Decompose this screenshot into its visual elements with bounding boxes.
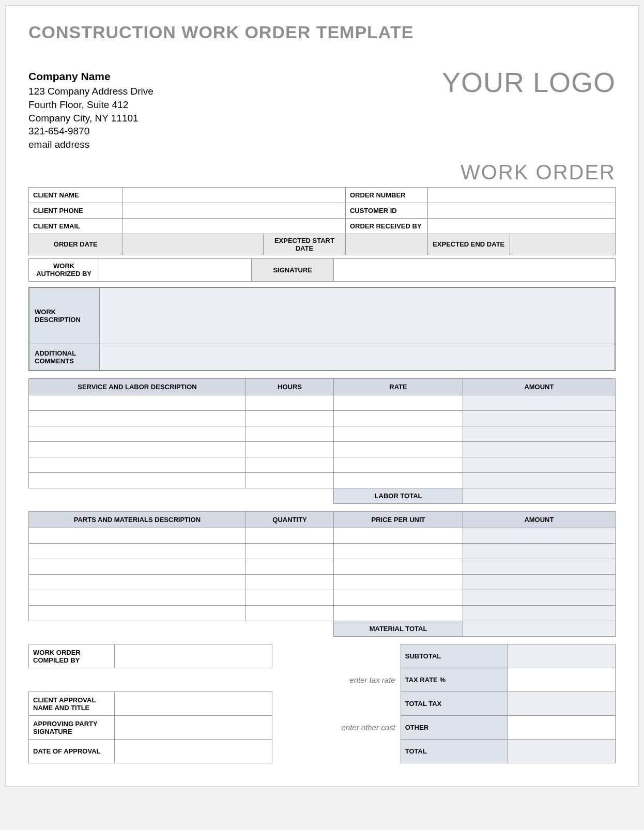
parts-amount-cell[interactable] (463, 544, 615, 559)
client-email-field[interactable] (122, 218, 345, 234)
client-approval-name-label: CLIENT APPROVAL NAME AND TITLE (29, 692, 115, 716)
client-info-table: CLIENT NAME ORDER NUMBER CLIENT PHONE CU… (28, 187, 616, 255)
labor-cell[interactable] (29, 473, 246, 488)
work-description-label: WORK DESCRIPTION (29, 287, 99, 344)
parts-cell[interactable] (29, 544, 246, 559)
client-name-field[interactable] (122, 187, 345, 203)
parts-col-description: PARTS AND MATERIALS DESCRIPTION (29, 512, 246, 528)
labor-col-rate: RATE (334, 379, 463, 395)
labor-cell[interactable] (246, 473, 333, 488)
parts-amount-cell[interactable] (463, 606, 615, 621)
date-of-approval-label: DATE OF APPROVAL (29, 740, 115, 763)
labor-total-field[interactable] (463, 488, 615, 504)
labor-amount-cell[interactable] (463, 442, 615, 457)
compiled-by-field[interactable] (115, 644, 272, 668)
labor-cell[interactable] (334, 395, 463, 411)
customer-id-field[interactable] (427, 203, 615, 218)
labor-amount-cell[interactable] (463, 395, 615, 411)
labor-cell[interactable] (246, 442, 333, 457)
parts-amount-cell[interactable] (463, 575, 615, 590)
date-of-approval-field[interactable] (115, 740, 272, 763)
client-phone-field[interactable] (122, 203, 345, 218)
company-phone: 321-654-9870 (28, 125, 154, 138)
client-name-label: CLIENT NAME (29, 187, 123, 203)
parts-cell[interactable] (334, 590, 463, 606)
client-approval-name-field[interactable] (115, 692, 272, 716)
parts-cell[interactable] (334, 575, 463, 590)
approving-signature-label: APPROVING PARTY SIGNATURE (29, 716, 115, 740)
work-description-field[interactable] (99, 287, 615, 344)
tax-rate-label: TAX RATE % (401, 668, 508, 692)
parts-cell[interactable] (246, 590, 333, 606)
parts-cell[interactable] (246, 528, 333, 544)
parts-amount-cell[interactable] (463, 590, 615, 606)
parts-cell[interactable] (29, 575, 246, 590)
tax-rate-field[interactable] (508, 668, 616, 692)
labor-cell[interactable] (334, 457, 463, 473)
labor-cell[interactable] (29, 457, 246, 473)
labor-cell[interactable] (334, 411, 463, 426)
authorization-table: WORK AUTHORIZED BY SIGNATURE (28, 258, 616, 282)
company-addr3: Company City, NY 11101 (28, 112, 154, 125)
work-order-page: CONSTRUCTION WORK ORDER TEMPLATE Company… (5, 5, 639, 787)
order-number-label: ORDER NUMBER (345, 187, 427, 203)
labor-cell[interactable] (246, 411, 333, 426)
labor-amount-cell[interactable] (463, 457, 615, 473)
parts-cell[interactable] (29, 590, 246, 606)
labor-col-amount: AMOUNT (463, 379, 615, 395)
tax-hint: enter tax rate (294, 668, 401, 692)
parts-cell[interactable] (29, 606, 246, 621)
signature-label: SIGNATURE (252, 258, 334, 281)
labor-amount-cell[interactable] (463, 411, 615, 426)
parts-cell[interactable] (334, 559, 463, 575)
labor-cell[interactable] (29, 426, 246, 442)
company-addr2: Fourth Floor, Suite 412 (28, 98, 154, 112)
parts-cell[interactable] (246, 544, 333, 559)
labor-amount-cell[interactable] (463, 473, 615, 488)
work-authorized-by-field[interactable] (99, 258, 252, 281)
approving-signature-field[interactable] (115, 716, 272, 740)
labor-table: SERVICE AND LABOR DESCRIPTION HOURS RATE… (28, 378, 616, 504)
labor-cell[interactable] (334, 442, 463, 457)
labor-amount-cell[interactable] (463, 426, 615, 442)
logo-placeholder: YOUR LOGO (442, 66, 616, 98)
parts-cell[interactable] (246, 575, 333, 590)
work-authorized-by-label: WORK AUTHORIZED BY (29, 258, 99, 281)
labor-cell[interactable] (29, 442, 246, 457)
material-total-label: MATERIAL TOTAL (334, 621, 463, 637)
parts-cell[interactable] (334, 544, 463, 559)
parts-cell[interactable] (334, 606, 463, 621)
parts-cell[interactable] (29, 559, 246, 575)
expected-start-field[interactable] (345, 234, 427, 255)
labor-cell[interactable] (246, 395, 333, 411)
labor-cell[interactable] (334, 473, 463, 488)
labor-col-hours: HOURS (246, 379, 333, 395)
work-order-heading: WORK ORDER (28, 161, 616, 184)
order-received-by-field[interactable] (427, 218, 615, 234)
labor-cell[interactable] (29, 411, 246, 426)
additional-comments-field[interactable] (99, 344, 615, 371)
labor-cell[interactable] (334, 426, 463, 442)
description-table: WORK DESCRIPTION ADDITIONAL COMMENTS (28, 287, 616, 372)
parts-cell[interactable] (246, 559, 333, 575)
material-total-field[interactable] (463, 621, 615, 637)
order-number-field[interactable] (427, 187, 615, 203)
total-field[interactable] (508, 740, 616, 763)
other-field[interactable] (508, 716, 616, 740)
labor-cell[interactable] (246, 457, 333, 473)
labor-cell[interactable] (29, 395, 246, 411)
subtotal-field[interactable] (508, 644, 616, 668)
parts-amount-cell[interactable] (463, 559, 615, 575)
page-title: CONSTRUCTION WORK ORDER TEMPLATE (28, 22, 616, 42)
total-tax-field[interactable] (508, 692, 616, 716)
parts-cell[interactable] (29, 528, 246, 544)
parts-cell[interactable] (246, 606, 333, 621)
labor-cell[interactable] (246, 426, 333, 442)
signature-field[interactable] (334, 258, 616, 281)
parts-cell[interactable] (334, 528, 463, 544)
parts-amount-cell[interactable] (463, 528, 615, 544)
order-received-by-label: ORDER RECEIVED BY (345, 218, 427, 234)
expected-end-field[interactable] (510, 234, 615, 255)
order-date-field[interactable] (122, 234, 263, 255)
expected-start-label: EXPECTED START DATE (263, 234, 345, 255)
